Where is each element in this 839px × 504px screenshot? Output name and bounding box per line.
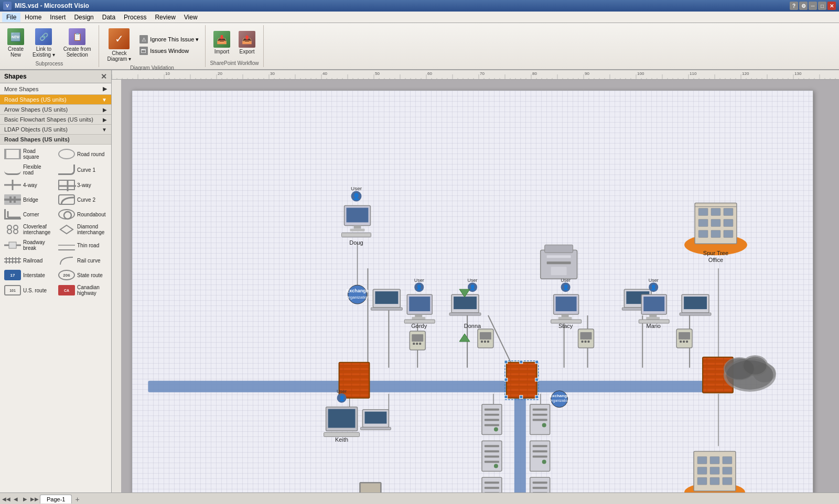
svg-rect-290 (698, 230, 708, 237)
create-from-selection-button[interactable]: 📋 Create fromSelection (60, 26, 94, 60)
shape-rail-curve[interactable]: Rail curve (56, 254, 109, 267)
check-diagram-icon: ✓ (109, 28, 130, 49)
menu-data[interactable]: Data (98, 13, 120, 22)
titlebar: V MIS.vsd - Microsoft Visio ? ⚙ ─ □ ✕ (0, 0, 839, 12)
tab-add-icon[interactable]: + (73, 495, 81, 503)
create-new-button[interactable]: 🆕 CreateNew (4, 26, 27, 60)
more-shapes-row[interactable]: More Shapes ▶ (0, 83, 111, 95)
svg-text:40: 40 (322, 71, 327, 76)
svg-rect-204 (354, 225, 361, 228)
ignore-issue-icon: ⚠ (139, 35, 148, 43)
shape-canadian-highway[interactable]: CA Canadianhighway (56, 283, 109, 298)
close-button[interactable]: ✕ (827, 2, 836, 10)
bridge-label: Bridge (23, 197, 38, 203)
svg-text:👤: 👤 (416, 284, 423, 291)
maximize-button[interactable]: □ (818, 2, 826, 10)
shape-cloverleaf[interactable]: Cloverleafinterchange (2, 222, 55, 237)
check-diagram-button[interactable]: ✓ CheckDiagram ▾ (103, 26, 136, 64)
svg-point-10 (7, 225, 12, 229)
tab-page-1[interactable]: Page-1 (40, 495, 72, 503)
more-shapes-arrow: ▶ (103, 85, 107, 92)
shape-curve2[interactable]: Curve 2 (56, 193, 109, 206)
svg-text:Stacy: Stacy (558, 323, 573, 329)
svg-rect-340 (485, 445, 499, 447)
svg-rect-331 (360, 428, 391, 430)
svg-text:90: 90 (585, 71, 589, 76)
svg-rect-246 (547, 261, 571, 264)
minimize-button[interactable]: ─ (809, 2, 817, 10)
shape-4way[interactable]: 4-way (2, 178, 55, 192)
canvas-diagram[interactable]: 👤 User Doug Exchange Organization (132, 90, 813, 492)
tab-nav-prev[interactable]: ◀ (12, 495, 20, 503)
shape-road-square[interactable]: Road square (2, 147, 55, 161)
svg-text:Exchange: Exchange (346, 288, 368, 293)
menu-file[interactable]: File (2, 13, 20, 22)
svg-rect-203 (347, 208, 369, 223)
tab-nav-first[interactable]: ◀◀ (2, 495, 10, 503)
shape-roundabout[interactable]: Roundabout (56, 207, 109, 221)
shape-curve1[interactable]: Curve 1 (56, 162, 109, 177)
ignore-issue-button[interactable]: ⚠ Ignore This Issue ▾ (137, 34, 201, 45)
export-button[interactable]: 📤 Export (235, 29, 259, 57)
corner-icon (4, 209, 21, 220)
link-to-existing-button[interactable]: 🔗 Link toExisting ▾ (29, 26, 58, 60)
tab-nav-next[interactable]: ▶ (21, 495, 29, 503)
svg-text:👤: 👤 (469, 284, 476, 291)
create-new-icon: 🆕 (7, 28, 24, 45)
menu-review[interactable]: Review (150, 13, 179, 22)
svg-rect-362 (533, 455, 547, 457)
tab-nav-last[interactable]: ▶▶ (30, 495, 39, 503)
svg-rect-335 (485, 414, 499, 416)
svg-text:User: User (337, 389, 347, 394)
link-to-existing-label: Link toExisting ▾ (33, 46, 55, 58)
svg-rect-288 (711, 219, 720, 226)
flowchart-shapes-arrow: ▶ (103, 117, 107, 123)
menu-design[interactable]: Design (70, 13, 98, 22)
svg-rect-241 (484, 341, 486, 343)
shapes-section-flowchart[interactable]: Basic Flowchart Shapes (US units) ▶ (0, 115, 111, 125)
shapes-section-ldap[interactable]: LDAP Objects (US units) ▼ (0, 125, 111, 135)
roundabout-label: Roundabout (77, 212, 106, 217)
3way-label: 3-way (77, 182, 91, 188)
shapes-title: Shapes (4, 73, 27, 80)
canadian-highway-label: Canadianhighway (77, 284, 100, 296)
import-button[interactable]: 📥 Import (210, 29, 233, 57)
help-icon[interactable]: ? (790, 2, 798, 10)
shape-flexible-road[interactable]: Flexible road (2, 162, 55, 177)
menu-insert[interactable]: Insert (46, 13, 70, 22)
canvas[interactable]: 👤 User Doug Exchange Organization (121, 80, 839, 492)
shapes-section-arrow[interactable]: Arrow Shapes (US units) ▶ (0, 105, 111, 115)
svg-rect-353 (533, 414, 547, 416)
svg-rect-337 (485, 424, 499, 426)
shape-bridge[interactable]: Bridge (2, 193, 55, 206)
issues-window-button[interactable]: 🗔 Issues Window (137, 46, 201, 56)
shapes-close-icon[interactable]: ✕ (101, 72, 107, 81)
shapes-section-road[interactable]: Road Shapes (US units) ▼ (0, 95, 111, 105)
menu-process[interactable]: Process (120, 13, 150, 22)
window-title: MIS.vsd - Microsoft Visio (15, 2, 89, 9)
shape-interstate[interactable]: 17 Interstate (2, 268, 55, 282)
shape-diamond[interactable]: Diamondinterchange (56, 222, 109, 237)
shape-3way[interactable]: 3-way (56, 178, 109, 192)
railroad-label: Railroad (23, 258, 42, 264)
shape-railroad[interactable]: Railroad (2, 254, 55, 267)
svg-rect-352 (533, 409, 547, 411)
shape-roadway-break[interactable]: Roadwaybreak (2, 238, 55, 253)
shape-state-route[interactable]: 206 State route (56, 268, 109, 282)
svg-rect-259 (582, 341, 584, 343)
shape-road-round[interactable]: Road round (56, 147, 109, 161)
shape-corner[interactable]: Corner (2, 207, 55, 221)
svg-rect-360 (533, 445, 547, 447)
svg-rect-314 (535, 360, 539, 364)
svg-text:Organization: Organization (346, 295, 369, 300)
menu-home[interactable]: Home (20, 13, 46, 22)
svg-marker-321 (459, 334, 470, 342)
menu-view[interactable]: View (180, 13, 202, 22)
shapes-panel: Shapes ✕ More Shapes ▶ Road Shapes (US u… (0, 70, 112, 492)
shape-us-route[interactable]: 101 U.S. route (2, 283, 55, 298)
3way-icon (58, 180, 75, 190)
bridge-icon (4, 194, 21, 205)
settings-icon[interactable]: ⚙ (799, 2, 808, 10)
road-shapes-arrow: ▼ (102, 97, 107, 103)
shape-thin-road[interactable]: Thin road (56, 238, 109, 253)
